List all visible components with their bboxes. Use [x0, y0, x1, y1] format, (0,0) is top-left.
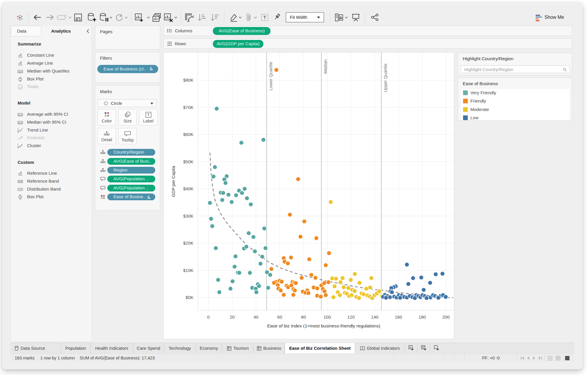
svg-text:$40K: $40K [183, 186, 193, 191]
svg-text:0: 0 [207, 315, 210, 319]
svg-text:$60K: $60K [183, 132, 193, 137]
svg-text:120: 120 [347, 315, 355, 319]
svg-text:Lower Quartile: Lower Quartile [268, 62, 273, 90]
svg-text:GDP per Capita: GDP per Capita [171, 166, 176, 197]
svg-text:Upper Quartile: Upper Quartile [383, 63, 388, 92]
svg-text:$70K: $70K [183, 105, 193, 110]
svg-text:Median: Median [323, 59, 328, 74]
svg-text:200: 200 [442, 315, 450, 319]
svg-text:Ease of biz index (1=most busi: Ease of biz index (1=most business-frien… [267, 323, 380, 328]
svg-text:160: 160 [395, 315, 402, 319]
svg-text:$10K: $10K [183, 268, 193, 273]
svg-text:$50K: $50K [183, 159, 193, 164]
svg-text:80: 80 [301, 315, 306, 319]
svg-text:140: 140 [371, 315, 378, 319]
svg-text:$80K: $80K [183, 78, 193, 83]
svg-text:180: 180 [419, 315, 426, 319]
svg-text:60: 60 [277, 315, 282, 319]
svg-text:$0K: $0K [186, 295, 193, 300]
svg-text:40: 40 [253, 315, 258, 319]
svg-text:$20K: $20K [183, 241, 193, 245]
svg-text:$30K: $30K [183, 213, 193, 218]
svg-text:100: 100 [323, 315, 331, 319]
svg-text:20: 20 [230, 315, 235, 319]
